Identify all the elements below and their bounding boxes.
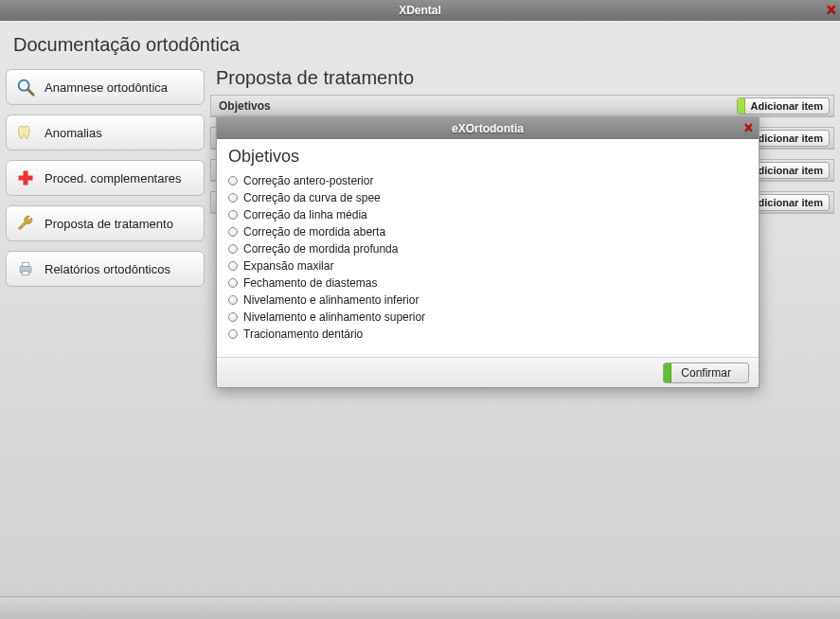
- radio-icon: [228, 329, 238, 339]
- svg-line-1: [28, 90, 34, 96]
- section-header: Objetivos Adicionar item: [211, 96, 833, 116]
- status-bar: [0, 596, 840, 619]
- add-tag-icon: [738, 98, 745, 114]
- add-item-label: Adicionar item: [751, 197, 823, 208]
- option-label: Expansão maxilar: [243, 257, 333, 274]
- dialog-heading: Objetivos: [228, 147, 747, 167]
- option-label: Tracionamento dentário: [243, 326, 363, 343]
- dialog-body: Objetivos Correção antero-posteriorCorre…: [217, 139, 759, 357]
- radio-icon: [228, 312, 238, 322]
- wrench-icon: [14, 212, 37, 235]
- main-title: Proposta de tratamento: [210, 63, 834, 95]
- close-icon[interactable]: ×: [744, 119, 753, 136]
- page-title: Documentação ortodôntica: [13, 34, 827, 56]
- svg-rect-3: [19, 176, 33, 181]
- option-item[interactable]: Correção antero-posterior: [228, 172, 747, 189]
- dialog-footer: Confirmar: [217, 357, 759, 387]
- option-label: Correção de mordida profunda: [243, 240, 398, 257]
- option-item[interactable]: Correção de mordida aberta: [228, 223, 747, 240]
- add-item-label: Adicionar item: [751, 100, 823, 112]
- sidebar-item-label: Anomalias: [45, 126, 102, 140]
- plus-icon: [14, 167, 37, 189]
- sidebar-item-relatorios[interactable]: Relatórios ortodônticos: [6, 251, 205, 287]
- add-item-label: Adicionar item: [751, 133, 823, 144]
- page-header: Documentação ortodôntica: [0, 21, 840, 63]
- option-item[interactable]: Nivelamento e alinhamento superior: [228, 309, 747, 326]
- sidebar-item-proced-complementares[interactable]: Proced. complementares: [6, 160, 205, 196]
- option-label: Correção antero-posterior: [243, 172, 373, 189]
- objetivos-dialog: eXOrtodontia × Objetivos Correção antero…: [216, 117, 760, 388]
- radio-icon: [228, 278, 238, 288]
- section-label: Objetivos: [219, 99, 271, 113]
- radio-icon: [228, 176, 238, 186]
- option-label: Nivelamento e alinhamento superior: [243, 309, 425, 326]
- radio-icon: [228, 227, 238, 237]
- sidebar-item-anamnese[interactable]: Anamnese ortodôntica: [6, 69, 205, 105]
- section-objetivos: Objetivos Adicionar item: [210, 95, 834, 117]
- radio-icon: [228, 261, 238, 271]
- option-item[interactable]: Correção da curva de spee: [228, 189, 747, 206]
- search-icon: [14, 76, 37, 98]
- sidebar-item-label: Anamnese ortodôntica: [45, 80, 168, 95]
- printer-icon: [14, 257, 37, 280]
- options-list: Correção antero-posteriorCorreção da cur…: [228, 172, 747, 343]
- option-label: Nivelamento e alinhamento inferior: [243, 292, 419, 309]
- sidebar-item-proposta-tratamento[interactable]: Proposta de tratamento: [6, 205, 205, 241]
- sidebar-item-label: Relatórios ortodônticos: [45, 262, 170, 276]
- add-item-button[interactable]: Adicionar item: [737, 97, 830, 115]
- confirm-label: Confirmar: [681, 366, 731, 380]
- option-item[interactable]: Nivelamento e alinhamento inferior: [228, 292, 747, 309]
- option-item[interactable]: Fechamento de diastemas: [228, 274, 747, 292]
- dialog-title: eXOrtodontia: [452, 122, 524, 135]
- option-label: Correção da curva de spee: [243, 189, 381, 206]
- window-titlebar: XDental ×: [0, 0, 840, 21]
- option-label: Fechamento de diastemas: [243, 274, 377, 292]
- option-label: Correção de mordida aberta: [243, 223, 385, 240]
- sidebar: Anamnese ortodôntica Anomalias Proced. c…: [6, 63, 205, 596]
- radio-icon: [228, 295, 238, 305]
- svg-rect-6: [23, 272, 29, 275]
- tooth-icon: [14, 121, 37, 144]
- radio-icon: [228, 244, 238, 254]
- option-item[interactable]: Correção da linha média: [228, 206, 747, 223]
- radio-icon: [228, 193, 238, 203]
- option-item[interactable]: Tracionamento dentário: [228, 326, 747, 343]
- sidebar-item-label: Proposta de tratamento: [45, 217, 173, 231]
- confirm-tag-icon: [664, 363, 671, 382]
- sidebar-item-label: Proced. complementares: [45, 171, 182, 186]
- svg-rect-5: [23, 262, 29, 266]
- option-label: Correção da linha média: [243, 206, 367, 223]
- confirm-button[interactable]: Confirmar: [663, 363, 749, 383]
- add-item-label: Adicionar item: [751, 165, 823, 176]
- window-title: XDental: [399, 4, 441, 17]
- dialog-titlebar: eXOrtodontia ×: [217, 118, 759, 139]
- close-icon[interactable]: ×: [826, 0, 836, 19]
- sidebar-item-anomalias[interactable]: Anomalias: [6, 115, 205, 150]
- app-window: XDental × Documentação ortodôntica Anamn…: [0, 0, 840, 619]
- option-item[interactable]: Expansão maxilar: [228, 257, 747, 274]
- radio-icon: [228, 210, 238, 220]
- option-item[interactable]: Correção de mordida profunda: [228, 240, 747, 257]
